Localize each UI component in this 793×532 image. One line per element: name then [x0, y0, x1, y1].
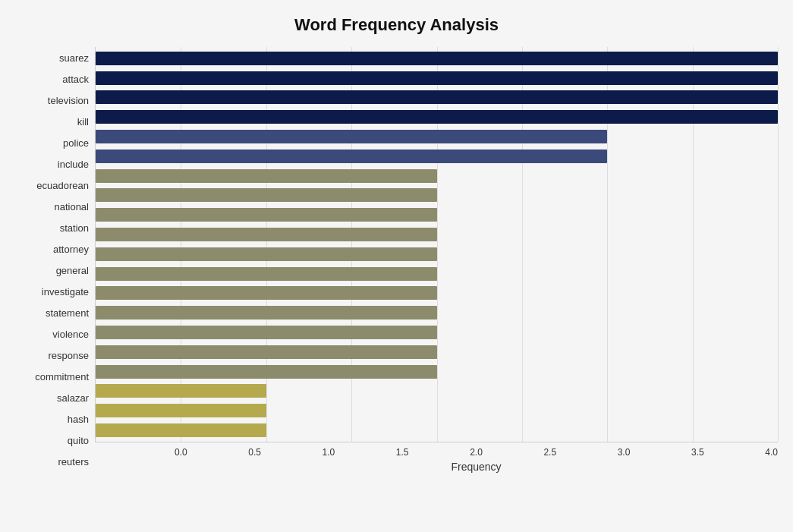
bar-response — [96, 326, 437, 339]
y-label-station: station — [15, 223, 89, 233]
bar-row-violence — [96, 303, 778, 323]
bar-include — [96, 150, 607, 163]
bar-row-hash — [96, 382, 778, 401]
bar-violence — [96, 306, 437, 320]
bar-row-reuters — [96, 420, 778, 440]
x-tick-3.0: 3.0 — [618, 447, 631, 458]
x-tick-0.5: 0.5 — [248, 447, 261, 458]
y-label-salazar: salazar — [15, 393, 89, 403]
y-label-hash: hash — [15, 414, 89, 424]
y-label-statement: statement — [15, 308, 89, 318]
bar-row-kill — [96, 107, 778, 127]
x-axis-labels: 0.00.51.01.52.02.53.03.54.0 — [175, 442, 778, 458]
bars-container — [96, 47, 778, 442]
bar-row-quito — [96, 401, 778, 420]
bar-row-response — [96, 323, 778, 342]
y-label-quito: quito — [15, 436, 89, 445]
y-label-national: national — [15, 202, 89, 212]
x-tick-1.0: 1.0 — [323, 447, 335, 458]
y-label-ecuadorean: ecuadorean — [15, 181, 89, 190]
bar-kill — [96, 110, 778, 124]
x-axis-title: Frequency — [175, 461, 778, 473]
y-label-general: general — [15, 266, 89, 275]
bar-row-television — [96, 88, 778, 108]
chart-area: suarezattacktelevisionkillpoliceincludee… — [15, 47, 778, 473]
bar-row-investigate — [96, 264, 778, 284]
y-label-violence: violence — [15, 329, 89, 339]
chart-container: Word Frequency Analysis suarezattacktele… — [0, 0, 793, 532]
bar-row-salazar — [96, 362, 778, 382]
bar-salazar — [96, 365, 437, 379]
y-label-commitment: commitment — [15, 372, 89, 382]
bar-row-ecuadorean — [96, 166, 778, 186]
y-label-reuters: reuters — [15, 457, 89, 467]
x-tick-2.5: 2.5 — [543, 447, 556, 458]
bar-television — [96, 90, 778, 104]
bar-investigate — [96, 267, 437, 281]
plot-area — [95, 47, 778, 442]
bar-police — [96, 130, 607, 143]
y-label-attack: attack — [15, 74, 89, 84]
y-label-suarez: suarez — [15, 53, 89, 63]
y-label-include: include — [15, 159, 89, 169]
bar-row-station — [96, 205, 778, 225]
bar-commitment — [96, 345, 437, 359]
bar-hash — [96, 384, 266, 398]
bar-reuters — [96, 423, 266, 437]
bar-row-statement — [96, 284, 778, 304]
bar-attorney — [96, 228, 437, 241]
bar-row-include — [96, 146, 778, 166]
bar-statement — [96, 286, 437, 300]
y-label-attorney: attorney — [15, 244, 89, 254]
y-label-kill: kill — [15, 117, 89, 127]
y-label-response: response — [15, 351, 89, 360]
y-label-investigate: investigate — [15, 287, 89, 297]
x-tick-3.5: 3.5 — [691, 447, 704, 458]
x-tick-0.0: 0.0 — [175, 447, 187, 458]
y-label-police: police — [15, 138, 89, 148]
y-axis-labels: suarezattacktelevisionkillpoliceincludee… — [15, 47, 95, 473]
x-tick-4.0: 4.0 — [765, 447, 778, 458]
bar-row-attorney — [96, 225, 778, 244]
bar-row-commitment — [96, 342, 778, 362]
bar-row-police — [96, 127, 778, 146]
grid-line-4.0 — [778, 47, 779, 442]
x-tick-2.0: 2.0 — [470, 447, 483, 458]
y-label-television: television — [15, 96, 89, 105]
bar-row-suarez — [96, 49, 778, 68]
bar-suarez — [96, 52, 778, 65]
bar-row-national — [96, 186, 778, 206]
chart-title: Word Frequency Analysis — [15, 15, 778, 35]
bar-ecuadorean — [96, 169, 437, 183]
bar-attack — [96, 71, 778, 85]
bar-row-attack — [96, 68, 778, 88]
bar-station — [96, 208, 437, 222]
x-tick-1.5: 1.5 — [396, 447, 409, 458]
bar-row-general — [96, 244, 778, 264]
bar-quito — [96, 404, 266, 417]
bar-national — [96, 188, 437, 202]
bar-general — [96, 247, 437, 261]
